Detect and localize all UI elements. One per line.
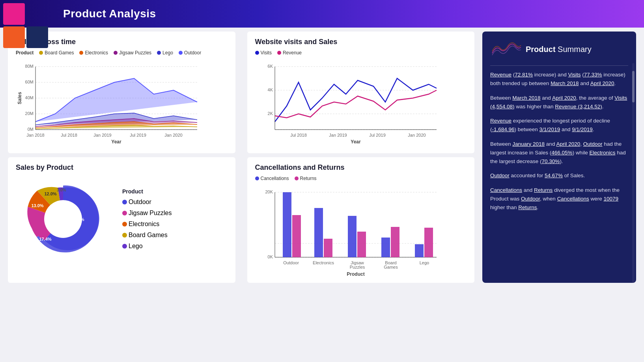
svg-text:0K: 0K	[267, 254, 273, 259]
legend-lego: Lego	[157, 50, 173, 56]
website-visits-panel: Website visits and Sales Visits Revenue	[247, 32, 475, 153]
summary-date-end: 9/1/2019	[572, 126, 593, 132]
svg-text:Jan 2019: Jan 2019	[329, 133, 347, 137]
donut-legend-title: Product	[122, 188, 172, 195]
donut-dot-outdoor	[122, 200, 127, 204]
svg-text:Jul 2018: Jul 2018	[61, 133, 77, 137]
summary-april-2020: April 2020	[590, 80, 614, 86]
legend-dot-visits	[255, 51, 259, 55]
donut-label-outdoor: Outdoor	[129, 199, 151, 206]
logo-block-2	[3, 26, 25, 48]
summary-outdoor-pct: 466.05%	[551, 150, 572, 156]
svg-text:20K: 20K	[265, 189, 273, 194]
main-container: Sales across time Product Board Games El…	[0, 28, 644, 291]
donut-legend-board-games: Board Games	[122, 232, 172, 239]
svg-text:0M: 0M	[28, 127, 34, 132]
legend-dot-returns	[295, 176, 299, 180]
summary-diff: 10079	[603, 196, 618, 202]
svg-text:Games: Games	[384, 265, 398, 269]
svg-text:54.7%: 54.7%	[72, 217, 84, 222]
summary-revenue-1: Revenue	[490, 72, 511, 78]
summary-electronics-pct: 70.30%	[542, 158, 560, 164]
svg-text:Lego: Lego	[419, 260, 429, 265]
svg-text:Year: Year	[111, 139, 121, 145]
legend-jigsaw: Jigsaw Puzzles	[114, 50, 151, 56]
page-title: Product Analysis	[63, 7, 156, 20]
summary-panel: Product Summary Revenue (72.81% increase…	[482, 32, 636, 283]
donut-dot-jigsaw	[122, 211, 127, 215]
summary-header: Product Summary	[490, 39, 628, 59]
summary-title-rest: Summary	[556, 45, 592, 54]
svg-text:80M: 80M	[25, 64, 34, 69]
summary-visits-pct: 77.33%	[584, 72, 602, 78]
donut-legend-jigsaw: Jigsaw Puzzles	[122, 210, 172, 217]
website-visits-legend: Visits Revenue	[255, 50, 467, 56]
svg-rect-51	[283, 192, 291, 257]
legend-label-outdoor: Outdoor	[184, 50, 201, 56]
summary-march-2018: March 2018	[551, 80, 579, 86]
summary-outdoor-6: Outdoor	[521, 196, 540, 202]
summary-cancellations-6: Cancellations	[490, 187, 522, 193]
summary-waves-icon	[490, 39, 522, 59]
donut-dot-lego	[122, 244, 127, 249]
summary-electronics-4: Electronics	[589, 150, 615, 156]
svg-rect-59	[415, 244, 424, 257]
donut-legend-electronics: Electronics	[122, 221, 172, 228]
svg-text:6K: 6K	[267, 64, 273, 69]
svg-rect-58	[391, 227, 399, 257]
summary-para-6: Cancellations and Returns diverged the m…	[490, 186, 628, 212]
header: Product Analysis	[0, 0, 644, 28]
legend-dot-revenue	[277, 51, 281, 55]
legend-cancellations: Cancellations	[255, 176, 289, 181]
summary-para-4: Between January 2018 and April 2020, Out…	[490, 140, 628, 166]
cancellations-title: Cancellations and Returns	[255, 163, 467, 172]
svg-text:12.0%: 12.0%	[44, 191, 56, 196]
svg-text:Year: Year	[351, 139, 361, 145]
legend-label-visits: Visits	[261, 50, 272, 56]
cancellations-panel: Cancellations and Returns Cancellations …	[247, 157, 475, 283]
summary-march-2018-2: March 2018	[512, 95, 540, 101]
legend-returns: Returns	[295, 176, 317, 181]
scrollbar-thumb	[632, 71, 635, 102]
legend-dot-outdoor	[179, 51, 183, 55]
svg-text:3.0%: 3.0%	[57, 188, 66, 192]
summary-divider	[490, 65, 628, 66]
summary-outdoor-5: Outdoor	[490, 173, 510, 178]
sales-by-product-panel: Sales by Product	[8, 157, 235, 283]
website-visits-chart: 6K 4K 2K Jul 2018 Jan 2019 Jul 2019 Jan …	[255, 59, 441, 149]
svg-rect-56	[357, 232, 366, 257]
website-visits-title: Website visits and Sales	[255, 38, 467, 46]
legend-label-lego: Lego	[162, 50, 173, 56]
legend-visits: Visits	[255, 50, 272, 56]
charts-area: Sales across time Product Board Games El…	[8, 32, 474, 283]
svg-rect-57	[381, 238, 390, 257]
donut-chart: 54.7% 17.4% 13.0% 12.0% 3.0%	[16, 176, 110, 262]
legend-dot-board-games	[39, 51, 43, 55]
summary-revenue-avg: Revenue (3,214.52)	[555, 104, 602, 110]
svg-text:Electronics: Electronics	[313, 260, 334, 265]
legend-label-cancellations: Cancellations	[261, 176, 289, 181]
summary-cancellations-7: Cancellations	[557, 196, 589, 202]
svg-text:Jul 2018: Jul 2018	[290, 133, 307, 137]
summary-jan-2018: January 2018	[512, 141, 545, 147]
summary-revenue-3: Revenue	[490, 118, 511, 124]
summary-outdoor-sales-pct: 54.67%	[545, 173, 563, 178]
summary-para-3: Revenue experienced the longest period o…	[490, 117, 628, 134]
summary-visits-1: Visits	[568, 72, 581, 78]
legend-label-jigsaw: Jigsaw Puzzles	[119, 50, 151, 56]
summary-title: Product Summary	[526, 45, 592, 54]
legend-label-revenue: Revenue	[283, 50, 302, 56]
legend-dot-electronics	[79, 51, 83, 55]
donut-legend-outdoor: Outdoor	[122, 199, 172, 206]
svg-text:Outdoor: Outdoor	[283, 260, 299, 265]
svg-text:Jul 2019: Jul 2019	[130, 133, 146, 137]
summary-revenue-pct: 72.81%	[515, 72, 533, 78]
summary-decline: -1,684.96	[492, 126, 515, 132]
cancellations-chart: 20K 0K	[255, 184, 441, 279]
svg-text:4K: 4K	[267, 87, 273, 92]
legend-dot-jigsaw	[114, 51, 118, 55]
svg-text:40M: 40M	[25, 95, 34, 100]
donut-label-electronics: Electronics	[129, 221, 159, 228]
svg-text:Product: Product	[347, 271, 364, 277]
donut-dot-electronics	[122, 222, 127, 226]
